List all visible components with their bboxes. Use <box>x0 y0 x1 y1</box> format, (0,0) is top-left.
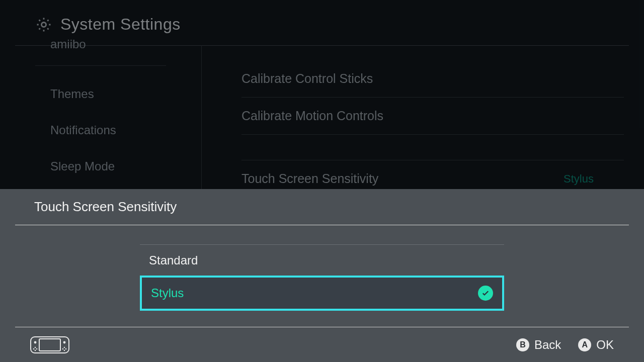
ok-button[interactable]: A OK <box>578 338 614 352</box>
svg-rect-2 <box>39 339 60 351</box>
svg-point-5 <box>35 346 36 348</box>
touch-sensitivity-modal: Touch Screen Sensitivity Standard Stylus <box>0 189 644 362</box>
option-label: Stylus <box>151 286 184 300</box>
svg-point-6 <box>33 348 35 349</box>
modal-divider <box>15 225 629 225</box>
option-stylus[interactable]: Stylus <box>140 276 504 311</box>
modal-title: Touch Screen Sensitivity <box>0 189 644 225</box>
console-icon <box>30 336 69 353</box>
b-button-icon: B <box>516 338 529 351</box>
svg-point-3 <box>34 341 37 343</box>
svg-point-12 <box>64 349 65 351</box>
footer-divider <box>15 327 629 327</box>
ok-label: OK <box>596 338 614 352</box>
option-standard[interactable]: Standard <box>140 245 504 276</box>
svg-point-4 <box>63 341 66 343</box>
svg-point-8 <box>35 349 36 351</box>
svg-point-10 <box>62 348 64 349</box>
option-label: Standard <box>149 253 198 267</box>
back-label: Back <box>534 338 561 352</box>
svg-point-11 <box>65 348 67 349</box>
svg-point-9 <box>64 346 65 348</box>
option-list: Standard Stylus <box>140 244 504 311</box>
checkmark-icon <box>478 286 493 301</box>
svg-point-7 <box>36 348 38 349</box>
footer: B Back A OK <box>0 327 644 362</box>
back-button[interactable]: B Back <box>516 338 561 352</box>
a-button-icon: A <box>578 338 591 351</box>
